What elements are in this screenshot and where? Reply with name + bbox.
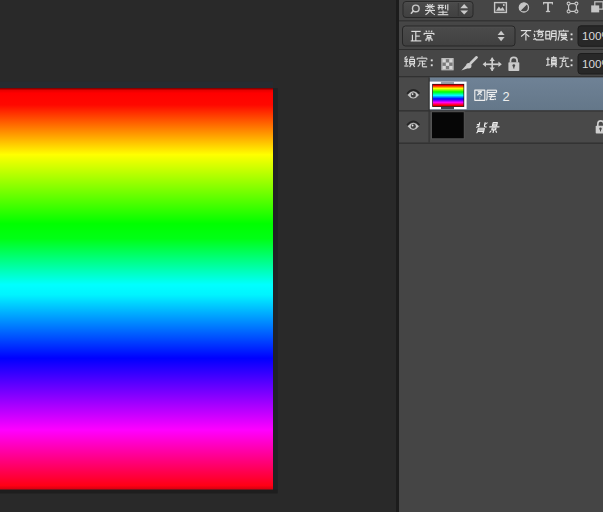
- svg-text:100%: 100%: [582, 57, 603, 70]
- svg-text:100%: 100%: [582, 29, 603, 42]
- svg-text:2: 2: [503, 89, 510, 104]
